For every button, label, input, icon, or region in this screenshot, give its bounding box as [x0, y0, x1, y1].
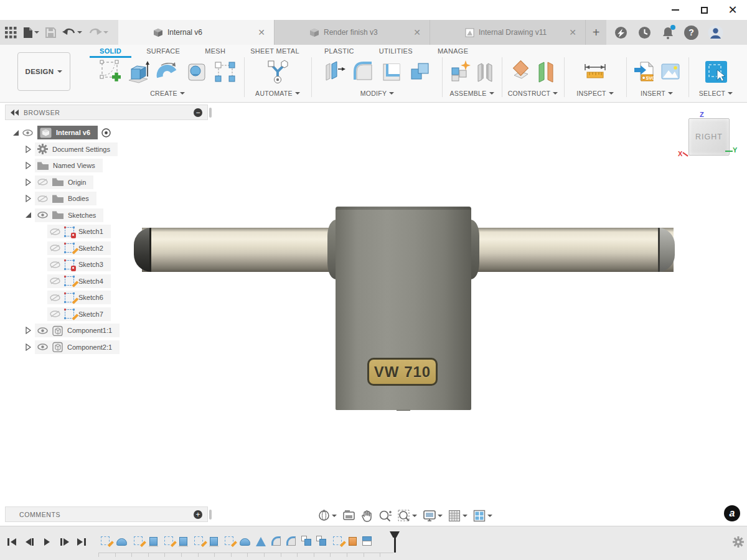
timeline-settings-gear-icon[interactable] [733, 536, 744, 548]
visibility-off-eye-icon[interactable] [50, 245, 60, 251]
visibility-off-eye-icon[interactable] [50, 294, 60, 301]
look-at-button[interactable] [342, 510, 355, 521]
ribbon-tab-surface[interactable]: SURFACE [141, 47, 185, 55]
ribbon-tab-utilities[interactable]: UTILITIES [374, 47, 418, 55]
tree-row-root[interactable]: Internal v6 [5, 124, 208, 141]
browser-collapse-all-icon[interactable]: − [194, 108, 202, 117]
timeline-playhead[interactable] [390, 531, 400, 553]
pan-button[interactable] [361, 510, 373, 522]
tree-row-sketches[interactable]: Sketches [5, 207, 208, 224]
job-status-clock-icon[interactable] [637, 26, 652, 40]
visibility-eye-icon[interactable] [37, 343, 48, 350]
viewports-button[interactable] [473, 510, 492, 522]
group-label-select[interactable]: SELECT [699, 90, 733, 97]
tree-row-named-views[interactable]: Named Views [5, 157, 208, 174]
timeline-feature-extrude-icon[interactable] [179, 537, 187, 546]
visibility-eye-icon[interactable] [37, 212, 48, 218]
construct-midplane-button[interactable] [534, 58, 557, 86]
extensions-icon[interactable] [614, 26, 628, 40]
shell-button[interactable] [378, 58, 405, 86]
timeline-feature-fillet-icon[interactable] [286, 536, 296, 546]
ribbon-tab-sheet-metal[interactable]: SHEET METAL [245, 47, 304, 55]
save-button[interactable] [45, 27, 56, 38]
window-maximize-button[interactable] [690, 0, 718, 20]
group-label-assemble[interactable]: ASSEMBLE [449, 90, 494, 97]
timeline-feature-emboss-icon[interactable] [349, 537, 357, 546]
comments-expand-icon[interactable]: + [194, 510, 202, 519]
measure-button[interactable] [582, 58, 608, 86]
tree-row-sketch7[interactable]: Sketch7 [5, 306, 208, 323]
tab-close-icon[interactable]: ✕ [255, 27, 268, 37]
visibility-off-eye-icon[interactable] [50, 310, 60, 317]
press-pull-button[interactable] [321, 58, 347, 86]
new-tab-button[interactable]: + [585, 20, 606, 45]
timeline-feature-section-icon[interactable] [362, 536, 372, 546]
document-tab-internal-drawing-v11[interactable]: Internal Drawing v11 ✕ [430, 20, 585, 45]
ribbon-tab-manage[interactable]: MANAGE [433, 47, 473, 55]
tree-row-origin[interactable]: Origin [5, 174, 208, 191]
timeline-feature-fillet-icon[interactable] [271, 536, 281, 546]
display-settings-button[interactable] [423, 510, 443, 522]
rectangular-pattern-button[interactable] [212, 58, 238, 86]
timeline-feature-sketch-icon[interactable] [225, 536, 233, 545]
undo-button[interactable] [62, 27, 82, 37]
help-icon[interactable]: ? [684, 26, 698, 40]
comments-panel-grip[interactable] [209, 510, 212, 520]
tree-row-bodies[interactable]: Bodies [5, 190, 208, 207]
visibility-off-eye-icon[interactable] [37, 179, 48, 185]
timeline-feature-component-icon[interactable] [301, 536, 311, 546]
redo-button[interactable] [88, 27, 108, 37]
tree-row-sketch1[interactable]: Sketch1 [5, 223, 208, 240]
orbit-button[interactable] [317, 509, 337, 522]
comments-panel[interactable]: COMMENTS + [5, 506, 208, 522]
window-minimize-button[interactable] [661, 0, 690, 20]
group-label-inspect[interactable]: INSPECT [576, 90, 614, 97]
timeline-step-forward-button[interactable] [59, 536, 70, 548]
tree-row-sketch2[interactable]: Sketch2 [5, 240, 208, 257]
joint-button[interactable] [473, 58, 496, 86]
visibility-off-eye-icon[interactable] [50, 278, 60, 284]
fit-button[interactable] [398, 510, 417, 522]
expand-toggle-icon[interactable] [24, 146, 32, 153]
zoom-button[interactable] [378, 510, 392, 522]
document-tab-render-finish-v3[interactable]: Render finish v3 ✕ [274, 20, 430, 45]
tree-row-sketch3[interactable]: Sketch3 [5, 256, 208, 273]
notifications-bell-icon[interactable] [661, 26, 675, 40]
viewcube-face-label[interactable]: RIGHT [695, 133, 723, 141]
model-label-plate[interactable]: VW 710 [367, 358, 438, 386]
app-grid-menu-icon[interactable] [5, 27, 17, 39]
3d-viewport[interactable]: VW 710 RIGHT Z X Y BROWSER − Internal v6 [0, 103, 747, 526]
expand-toggle-icon[interactable] [11, 129, 20, 136]
visibility-eye-icon[interactable] [37, 327, 48, 334]
expand-toggle-icon[interactable] [24, 212, 32, 218]
activate-component-radio[interactable] [101, 128, 111, 138]
timeline-step-back-button[interactable] [24, 536, 35, 548]
tab-close-icon[interactable]: ✕ [411, 27, 423, 37]
expand-toggle-icon[interactable] [24, 195, 32, 202]
tree-row-document-settings[interactable]: Document Settings [5, 141, 208, 158]
hole-button[interactable] [183, 58, 209, 86]
fillet-button[interactable] [350, 58, 376, 86]
visibility-off-eye-icon[interactable] [50, 261, 60, 268]
timeline-feature-revolve-icon[interactable] [240, 538, 250, 546]
group-label-modify[interactable]: MODIFY [360, 90, 395, 97]
file-menu-button[interactable] [23, 27, 39, 39]
combine-button[interactable] [407, 58, 433, 86]
group-label-construct[interactable]: CONSTRUCT [508, 90, 558, 97]
visibility-off-eye-icon[interactable] [37, 195, 48, 202]
insert-canvas-button[interactable] [658, 58, 680, 86]
new-component-button[interactable] [448, 58, 471, 86]
timeline-feature-component-icon[interactable] [316, 536, 326, 546]
expand-toggle-icon[interactable] [24, 327, 32, 334]
select-button[interactable] [703, 58, 729, 86]
construct-plane-button[interactable] [509, 58, 532, 86]
ribbon-tab-plastic[interactable]: PLASTIC [319, 47, 359, 55]
visibility-eye-icon[interactable] [20, 129, 35, 136]
timeline-skip-end-button[interactable] [76, 536, 87, 548]
group-label-automate[interactable]: AUTOMATE [255, 90, 300, 97]
create-sketch-button[interactable] [97, 58, 123, 86]
expand-toggle-icon[interactable] [24, 343, 32, 351]
tree-row-component2[interactable]: Component2:1 [5, 339, 208, 356]
user-avatar[interactable] [708, 25, 723, 40]
document-tab-internal-v6[interactable]: Internal v6 ✕ [118, 20, 274, 45]
